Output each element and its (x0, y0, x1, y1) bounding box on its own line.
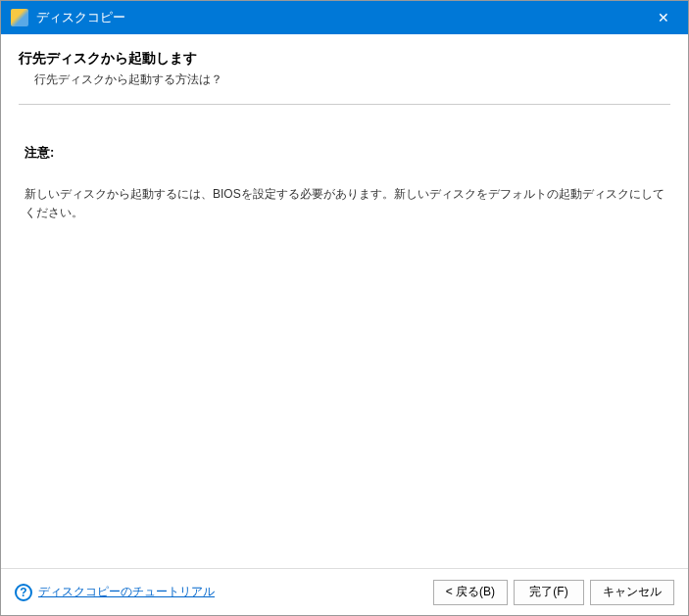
content-area: 行先ディスクから起動します 行先ディスクから起動する方法は？ 注意: 新しいディ… (1, 34, 688, 568)
titlebar: ディスクコピー ✕ (1, 1, 688, 34)
help-icon[interactable]: ? (15, 584, 32, 601)
note-text: 新しいディスクから起動するには、BIOSを設定する必要があります。新しいディスク… (25, 185, 670, 222)
close-button[interactable]: ✕ (649, 1, 678, 34)
window-title: ディスクコピー (36, 9, 649, 26)
page-heading: 行先ディスクから起動します (19, 50, 670, 68)
back-button[interactable]: < 戻る(B) (433, 580, 508, 605)
close-icon: ✕ (658, 10, 669, 25)
app-icon (11, 9, 28, 26)
tutorial-link[interactable]: ディスクコピーのチュートリアル (38, 584, 215, 600)
finish-button[interactable]: 完了(F) (514, 580, 584, 605)
note-label: 注意: (25, 144, 670, 162)
divider (19, 104, 670, 105)
footer: ? ディスクコピーのチュートリアル < 戻る(B) 完了(F) キャンセル (1, 568, 688, 615)
cancel-button[interactable]: キャンセル (590, 580, 674, 605)
page-subheading: 行先ディスクから起動する方法は？ (34, 71, 670, 88)
